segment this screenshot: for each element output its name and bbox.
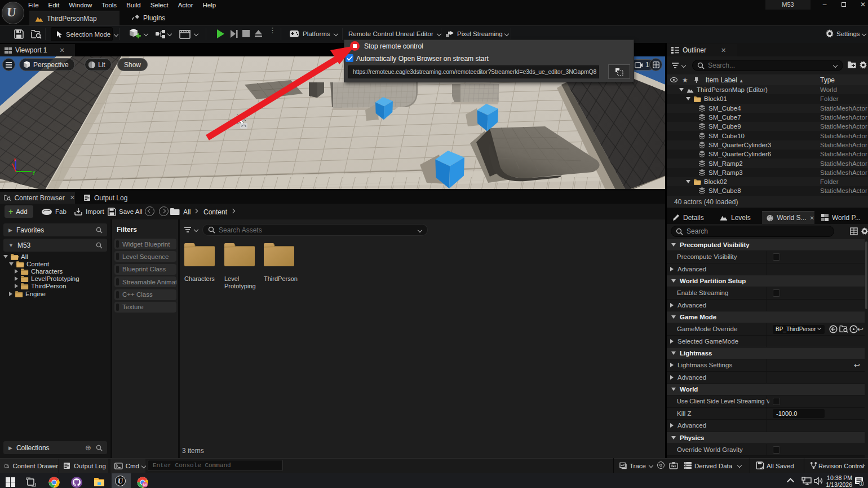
svg-text:y: y	[33, 169, 36, 175]
svg-text:M: M	[143, 482, 147, 487]
svg-text:x: x	[14, 157, 16, 162]
svg-text:1: 1	[860, 481, 862, 486]
